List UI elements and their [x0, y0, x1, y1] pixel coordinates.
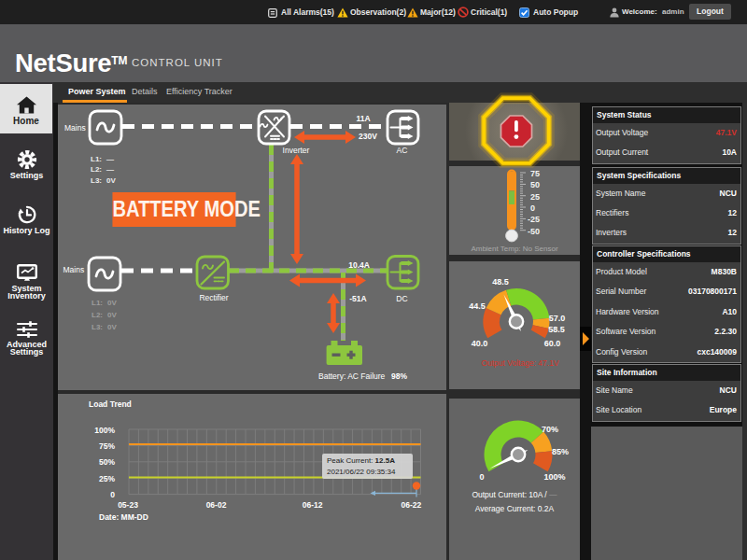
svg-text:DC: DC	[396, 294, 407, 303]
svg-text:0: 0	[110, 490, 115, 499]
svg-text:L3:: L3:	[91, 176, 102, 185]
svg-text:57.0: 57.0	[549, 314, 566, 323]
svg-text:Battery: AC Failure: Battery: AC Failure	[318, 371, 386, 381]
svg-text:100%: 100%	[94, 426, 115, 435]
svg-text:0V: 0V	[107, 311, 117, 319]
svg-text:60.0: 60.0	[544, 339, 561, 348]
svg-text:75: 75	[530, 169, 540, 178]
svg-text:-50: -50	[528, 227, 540, 236]
svg-text:98%: 98%	[391, 371, 407, 381]
svg-text:AC: AC	[397, 146, 408, 155]
svg-text:25: 25	[530, 192, 540, 202]
svg-text:L2:: L2:	[91, 165, 102, 174]
svg-text:0V: 0V	[106, 176, 116, 185]
svg-text:11A: 11A	[356, 114, 370, 123]
svg-text:L2:: L2:	[92, 311, 103, 319]
svg-text:75%: 75%	[99, 441, 115, 451]
svg-text:0V: 0V	[107, 299, 117, 307]
svg-text:0: 0	[479, 472, 484, 482]
svg-text:40.0: 40.0	[472, 339, 488, 348]
svg-text:Mains: Mains	[63, 265, 85, 274]
svg-text:L1:: L1:	[91, 155, 102, 163]
svg-text:-25: -25	[528, 215, 540, 224]
svg-text:70%: 70%	[542, 425, 558, 434]
svg-text:06-22: 06-22	[402, 500, 422, 510]
svg-text:0: 0	[530, 203, 535, 213]
svg-text:10.4A: 10.4A	[348, 260, 370, 270]
svg-text:—: —	[106, 165, 114, 174]
svg-text:Mains: Mains	[64, 123, 86, 133]
svg-text:58.5: 58.5	[548, 325, 565, 334]
svg-text:0V: 0V	[107, 323, 117, 331]
svg-text:05-23: 05-23	[118, 500, 138, 510]
svg-text:85%: 85%	[552, 447, 569, 456]
svg-text:44.5: 44.5	[469, 301, 486, 311]
svg-text:06-02: 06-02	[206, 500, 227, 510]
svg-text:L3:: L3:	[92, 323, 103, 331]
svg-text:50%: 50%	[99, 457, 115, 467]
svg-text:Rectifier: Rectifier	[199, 293, 228, 302]
svg-text:230V: 230V	[359, 132, 377, 141]
svg-text:50: 50	[530, 180, 540, 189]
svg-text:-51A: -51A	[349, 294, 366, 303]
svg-text:25%: 25%	[99, 474, 115, 483]
svg-text:—: —	[106, 155, 114, 163]
svg-text:Inverter: Inverter	[283, 146, 310, 155]
svg-text:06-12: 06-12	[303, 500, 323, 510]
svg-text:100%: 100%	[543, 472, 565, 482]
svg-text:48.5: 48.5	[492, 277, 509, 287]
svg-text:L1:: L1:	[92, 299, 103, 307]
